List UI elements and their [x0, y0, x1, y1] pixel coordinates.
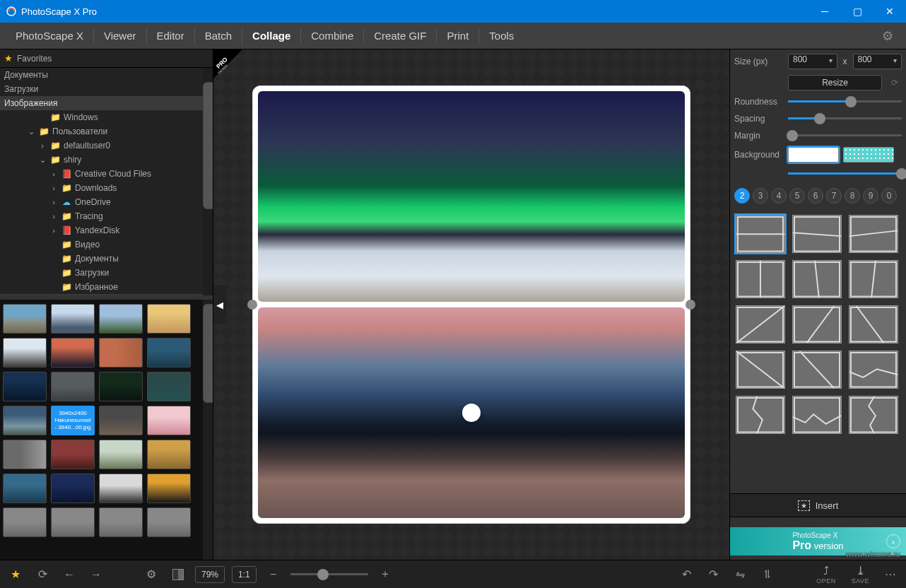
flip-vertical-button[interactable]: ⥮: [757, 565, 777, 584]
thumbnail[interactable]: [3, 304, 47, 334]
tree-item[interactable]: 📁Видео: [0, 237, 213, 252]
thumbnail[interactable]: [3, 474, 47, 503]
thumbnail[interactable]: [3, 507, 47, 537]
layout-count-7[interactable]: 7: [826, 188, 842, 204]
template-9[interactable]: [849, 305, 898, 343]
open-button[interactable]: ⤴ OPEN: [812, 565, 840, 584]
template-10[interactable]: [736, 351, 785, 389]
folder-scrollbar[interactable]: [203, 68, 213, 295]
thumbnail[interactable]: [147, 338, 191, 368]
thumbnail[interactable]: [51, 338, 95, 368]
thumbnail[interactable]: [3, 440, 47, 469]
margin-slider[interactable]: [788, 130, 902, 141]
tree-item[interactable]: 📁Загрузки: [0, 266, 213, 280]
roundness-slider[interactable]: [788, 96, 902, 107]
template-5[interactable]: [792, 260, 842, 298]
template-12[interactable]: [849, 351, 898, 389]
layout-count-4[interactable]: 4: [771, 188, 787, 204]
tree-item[interactable]: ›☁OneDrive: [0, 195, 213, 209]
menu-tools[interactable]: Tools: [479, 23, 524, 49]
resize-handle-right[interactable]: [686, 300, 695, 310]
thumbnail[interactable]: [51, 304, 95, 334]
root-folder[interactable]: Изображения: [0, 96, 213, 110]
minimize-button[interactable]: ─: [808, 0, 841, 23]
thumbnail[interactable]: [99, 338, 143, 368]
thumbnail[interactable]: [99, 304, 143, 334]
thumbnail[interactable]: [99, 372, 143, 401]
thumbnail[interactable]: [3, 372, 47, 401]
collage-slot-2[interactable]: [258, 307, 685, 518]
layout-count-8[interactable]: 8: [845, 188, 860, 204]
sidebar-collapse-button[interactable]: ◀: [213, 285, 226, 324]
resize-handle-left[interactable]: [247, 300, 257, 310]
tree-item[interactable]: ⌄📁shiry: [0, 153, 213, 167]
thumbnail[interactable]: 3840x2400Hakonesunset- 3840...00.jpg: [51, 406, 95, 435]
layout-count-6[interactable]: 6: [808, 188, 823, 204]
thumbnail[interactable]: [99, 474, 143, 503]
root-folder[interactable]: Загрузки: [0, 82, 213, 96]
template-7[interactable]: [736, 305, 785, 343]
template-1[interactable]: [736, 215, 785, 253]
menu-combine[interactable]: Combine: [301, 23, 363, 49]
thumbnail[interactable]: [147, 507, 191, 537]
thumbnail[interactable]: [99, 406, 143, 435]
maximize-button[interactable]: ▢: [841, 0, 873, 23]
insert-button[interactable]: ★ Insert: [730, 493, 906, 517]
collage-slot-1[interactable]: [258, 91, 685, 302]
zoom-level[interactable]: 79%: [195, 566, 225, 583]
zoom-slider[interactable]: [290, 569, 368, 580]
zoom-actual-button[interactable]: 1:1: [232, 566, 257, 583]
template-11[interactable]: [792, 351, 842, 389]
thumbnail[interactable]: [147, 440, 191, 469]
collage-preview[interactable]: [252, 86, 690, 524]
rotate-left-button[interactable]: ↶: [676, 565, 696, 584]
menu-editor[interactable]: Editor: [147, 23, 194, 49]
menu-batch[interactable]: Batch: [195, 23, 242, 49]
settings-gear-icon[interactable]: ⚙: [875, 28, 900, 44]
tree-item[interactable]: ⌄📁Пользователи: [0, 124, 213, 139]
layout-count-2[interactable]: 2: [734, 188, 750, 204]
width-select[interactable]: 800: [788, 54, 837, 69]
layout-count-3[interactable]: 3: [753, 188, 768, 204]
template-8[interactable]: [792, 305, 842, 343]
root-folder[interactable]: Документы: [0, 68, 213, 82]
tree-item[interactable]: ›📁defaultuser0: [0, 139, 213, 153]
close-button[interactable]: ✕: [873, 0, 906, 23]
refresh-button[interactable]: ⟳: [33, 565, 52, 584]
thumbnail[interactable]: [51, 372, 95, 401]
favorites-bar[interactable]: ★ Favorites: [0, 49, 213, 68]
menu-photoscape-x[interactable]: PhotoScape X: [6, 23, 93, 49]
flip-horizontal-button[interactable]: ⇋: [730, 565, 750, 584]
thumbnail[interactable]: [51, 474, 95, 503]
template-14[interactable]: [792, 396, 842, 434]
thumbnail[interactable]: [147, 406, 191, 435]
menu-print[interactable]: Print: [437, 23, 478, 49]
thumbnail[interactable]: [147, 474, 191, 503]
layout-count-0[interactable]: 0: [881, 188, 897, 204]
resize-button[interactable]: Resize: [788, 75, 882, 90]
template-2[interactable]: [792, 215, 842, 253]
thumbnail[interactable]: [3, 406, 47, 435]
nav-forward-button[interactable]: →: [86, 565, 106, 584]
height-select[interactable]: 800: [853, 54, 902, 69]
menu-create-gif[interactable]: Create GIF: [364, 23, 436, 49]
tree-item[interactable]: ›📁Downloads: [0, 181, 213, 195]
template-13[interactable]: [736, 396, 785, 434]
template-4[interactable]: [736, 260, 785, 298]
spacing-slider[interactable]: [788, 113, 902, 124]
template-3[interactable]: [849, 215, 898, 253]
thumbnail[interactable]: [3, 338, 47, 368]
zoom-out-button[interactable]: −: [264, 565, 283, 584]
tree-item[interactable]: 📁Избранное: [0, 280, 213, 294]
menu-collage[interactable]: Collage: [242, 23, 300, 49]
thumbnail[interactable]: [99, 440, 143, 469]
background-slider[interactable]: [788, 168, 902, 180]
tree-item[interactable]: ⌄🖼Изображения: [0, 294, 213, 295]
layout-count-9[interactable]: 9: [863, 188, 878, 204]
template-15[interactable]: [849, 396, 898, 434]
tree-item[interactable]: ›📁Tracing: [0, 209, 213, 223]
layout-count-5[interactable]: 5: [789, 188, 805, 204]
reset-size-icon[interactable]: ⟳: [888, 78, 902, 88]
thumbnail[interactable]: [99, 507, 143, 537]
more-menu-button[interactable]: ⋯: [881, 565, 900, 584]
